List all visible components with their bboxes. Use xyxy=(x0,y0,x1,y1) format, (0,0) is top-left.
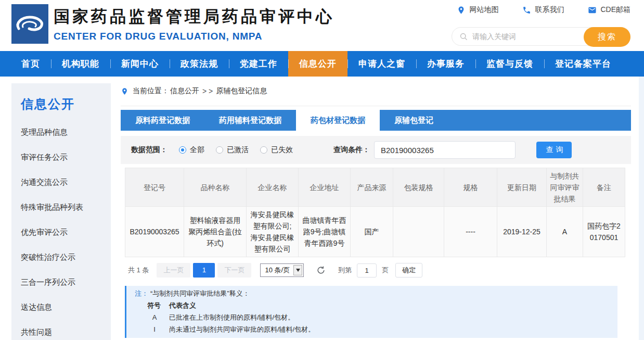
nav-item-home[interactable]: 首页 xyxy=(10,51,51,77)
cell-variety-name: 塑料输液容器用聚丙烯组合盖(拉环式) xyxy=(184,207,247,257)
header-company-name: 企业名称 xyxy=(247,168,299,207)
mailbox-link[interactable]: CDE邮箱 xyxy=(588,5,630,15)
goto-page-input[interactable] xyxy=(357,263,377,278)
radio-expired[interactable]: 已失效 xyxy=(260,145,293,155)
nav-item-supervision[interactable]: 监督与反馈 xyxy=(475,51,544,77)
sidebar-item-review-tasks[interactable]: 审评任务公示 xyxy=(21,145,111,170)
sidebar-item-breakthrough-therapy[interactable]: 突破性治疗公示 xyxy=(21,245,111,270)
mailbox-label: CDE邮箱 xyxy=(600,5,630,15)
sidebar-item-communication[interactable]: 沟通交流公示 xyxy=(21,170,111,195)
tab-api-registration[interactable]: 原料药登记数据 xyxy=(121,110,204,131)
query-button[interactable]: 查询 xyxy=(536,142,572,158)
pagination-total: 共 1 条 xyxy=(128,266,149,275)
radio-activated-icon xyxy=(216,146,223,154)
breadcrumb-label: 当前位置： xyxy=(133,86,169,96)
header-variety-name: 品种名称 xyxy=(184,168,247,207)
note-meaning-i: 尚未通过与制剂共同审评审批的原料/辅料/包材。 xyxy=(169,325,315,333)
note-meaning-header: 代表含义 xyxy=(169,301,196,309)
radio-activated-label: 已激活 xyxy=(227,145,249,155)
note-header-line: 符号代表含义 xyxy=(135,299,617,311)
contact-link[interactable]: 联系我们 xyxy=(522,5,564,15)
note-symbol-i: I xyxy=(147,323,162,335)
sitemap-label: 网站地图 xyxy=(469,5,498,15)
nav-item-applicant[interactable]: 申请人之窗 xyxy=(347,51,416,77)
note-prefix: 注： xyxy=(135,289,148,297)
cell-update-date: 2019-12-25 xyxy=(497,207,547,257)
cell-registration-no: B20190003265 xyxy=(125,207,184,257)
main-content: 当前位置： 信息公开 > > 原辅包登记信息 原料药登记数据 药用辅料登记数据 … xyxy=(121,77,631,338)
sidebar-item-three-in-one[interactable]: 三合一序列公示 xyxy=(21,270,111,295)
page-number-button[interactable]: 1 xyxy=(193,263,215,278)
header-spec: 规格 xyxy=(444,168,497,207)
search-button[interactable]: 搜索 xyxy=(584,27,630,47)
note-row-a: A已批准在上市制剂使用的原料/辅料/包材。 xyxy=(135,311,617,323)
query-input[interactable] xyxy=(374,141,516,159)
header-company-address: 企业地址 xyxy=(299,168,351,207)
note-symbol-header: 符号 xyxy=(147,299,162,311)
goto-page-label: 到第 xyxy=(338,266,352,275)
nav-item-services[interactable]: 办事服务 xyxy=(416,51,475,77)
phone-icon xyxy=(522,6,531,15)
radio-all[interactable]: 全部 xyxy=(179,145,204,155)
radio-all-icon xyxy=(179,146,186,154)
site-titles: 国家药品监督管理局药品审评中心 CENTER FOR DRUG EVALUATI… xyxy=(54,6,334,42)
site-search-bar: 搜索 xyxy=(452,27,630,46)
pagination: 共 1 条 上一页 1 下一页 10 条/页 到第 页 确定 xyxy=(128,262,631,278)
site-header: 国家药品监督管理局药品审评中心 CENTER FOR DRUG EVALUATI… xyxy=(0,0,644,51)
sidebar-item-special-approval[interactable]: 特殊审批品种列表 xyxy=(21,195,111,220)
cell-packaging-spec xyxy=(393,207,444,257)
tab-apief-registration[interactable]: 原辅包登记 xyxy=(380,110,448,131)
map-pin-icon xyxy=(457,6,466,15)
sidebar-item-common-issues[interactable]: 共性问题 xyxy=(21,320,111,340)
search-icon xyxy=(459,32,468,41)
cde-logo xyxy=(11,4,48,44)
site-title: 国家药品监督管理局药品审评中心 xyxy=(54,6,334,28)
header-joint-review-result: 与制剂共同审评审批结果 xyxy=(547,168,583,207)
sidebar: 信息公开 受理品种信息 审评任务公示 沟通交流公示 特殊审批品种列表 优先审评公… xyxy=(11,83,111,340)
page-size-select[interactable]: 10 条/页 xyxy=(260,263,304,277)
header-product-source: 产品来源 xyxy=(351,168,393,207)
data-tabs: 原料药登记数据 药用辅料登记数据 药包材登记数据 原辅包登记 xyxy=(121,110,631,131)
page-body: 信息公开 受理品种信息 审评任务公示 沟通交流公示 特殊审批品种列表 优先审评公… xyxy=(0,77,644,340)
radio-all-label: 全部 xyxy=(190,145,204,155)
nav-item-functions[interactable]: 机构职能 xyxy=(51,51,110,77)
confirm-button[interactable]: 确定 xyxy=(395,263,422,278)
sidebar-item-accepted-varieties[interactable]: 受理品种信息 xyxy=(21,120,111,145)
note-row-i: I尚未通过与制剂共同审评审批的原料/辅料/包材。 xyxy=(135,323,617,335)
page-unit-label: 页 xyxy=(382,266,389,275)
nav-item-party[interactable]: 党建工作 xyxy=(229,51,288,77)
tab-excipient-registration[interactable]: 药用辅料登记数据 xyxy=(204,110,296,131)
scrollbar[interactable] xyxy=(639,77,644,340)
mail-icon xyxy=(588,6,597,15)
cell-company-address: 曲塘镇青年西路9号;曲塘镇青年西路9号 xyxy=(299,207,351,257)
note-title-line: 注：“与制剂共同审评审批结果”释义： xyxy=(135,287,617,299)
location-pin-icon xyxy=(121,87,128,95)
nav-item-news[interactable]: 新闻中心 xyxy=(110,51,170,77)
radio-activated[interactable]: 已激活 xyxy=(216,145,249,155)
breadcrumb-parent-link[interactable]: 信息公开 xyxy=(170,86,199,96)
nav-item-policy[interactable]: 政策法规 xyxy=(170,51,229,77)
tab-packaging-registration[interactable]: 药包材登记数据 xyxy=(296,110,380,131)
page-size-value: 10 条/页 xyxy=(261,266,292,275)
header-remarks: 备注 xyxy=(583,168,625,207)
sidebar-item-delivery-info[interactable]: 送达信息 xyxy=(21,295,111,320)
nav-item-registration-platform[interactable]: 登记备案平台 xyxy=(544,51,622,77)
registration-table: 登记号 品种名称 企业名称 企业地址 产品来源 包装规格 规格 更新日期 与制剂… xyxy=(125,168,625,257)
next-page-button[interactable]: 下一页 xyxy=(217,263,251,278)
prev-page-button[interactable]: 上一页 xyxy=(157,263,190,278)
query-label: 查询条件： xyxy=(333,145,370,155)
legend-note: 注：“与制剂共同审评审批结果”释义： 符号代表含义 A已批准在上市制剂使用的原料… xyxy=(125,286,617,338)
sidebar-title: 信息公开 xyxy=(21,96,111,112)
sitemap-link[interactable]: 网站地图 xyxy=(457,5,498,15)
breadcrumb-separator: > > xyxy=(202,87,213,95)
header-update-date: 更新日期 xyxy=(497,168,547,207)
sidebar-item-priority-review[interactable]: 优先审评公示 xyxy=(21,220,111,245)
cell-company-name: 海安县健民橡塑有限公司;海安县健民橡塑有限公司 xyxy=(247,207,299,257)
nav-item-info-disclosure[interactable]: 信息公开 xyxy=(288,51,347,77)
radio-expired-icon xyxy=(260,146,267,154)
note-symbol-a: A xyxy=(147,311,162,323)
site-subtitle: CENTER FOR DRUG EVALUATION, NMPA xyxy=(54,31,334,42)
header-registration-no: 登记号 xyxy=(125,168,184,207)
breadcrumb-current: 原辅包登记信息 xyxy=(216,86,267,96)
refresh-icon[interactable] xyxy=(316,266,326,275)
